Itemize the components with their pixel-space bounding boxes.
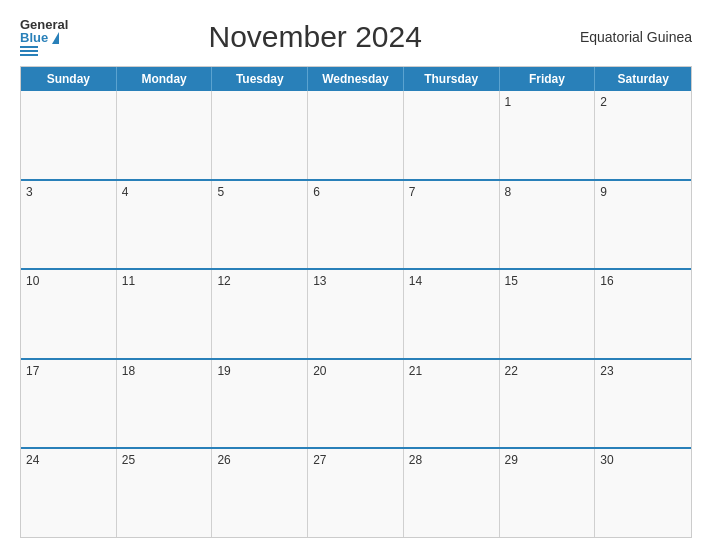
day-cell-7: 7: [404, 181, 500, 269]
header-wednesday: Wednesday: [308, 67, 404, 91]
week-row-2: 3 4 5 6 7 8 9: [21, 179, 691, 269]
day-headers: Sunday Monday Tuesday Wednesday Thursday…: [21, 67, 691, 91]
day-cell-17: 17: [21, 360, 117, 448]
day-cell-20: 20: [308, 360, 404, 448]
logo: General Blue: [20, 18, 68, 56]
week-row-3: 10 11 12 13 14 15 16: [21, 268, 691, 358]
day-cell-13: 13: [308, 270, 404, 358]
day-cell-6: 6: [308, 181, 404, 269]
day-cell-3: 3: [21, 181, 117, 269]
day-cell: [212, 91, 308, 179]
day-cell-21: 21: [404, 360, 500, 448]
day-cell-26: 26: [212, 449, 308, 537]
country-name: Equatorial Guinea: [562, 29, 692, 45]
day-cell-11: 11: [117, 270, 213, 358]
day-cell-22: 22: [500, 360, 596, 448]
calendar-title: November 2024: [68, 20, 562, 54]
logo-line-3: [20, 54, 38, 56]
week-row-1: 1 2: [21, 91, 691, 179]
day-cell-8: 8: [500, 181, 596, 269]
day-cell-4: 4: [117, 181, 213, 269]
header-saturday: Saturday: [595, 67, 691, 91]
day-cell-18: 18: [117, 360, 213, 448]
day-cell: [117, 91, 213, 179]
day-cell-9: 9: [595, 181, 691, 269]
day-cell-27: 27: [308, 449, 404, 537]
day-cell-25: 25: [117, 449, 213, 537]
calendar: Sunday Monday Tuesday Wednesday Thursday…: [20, 66, 692, 538]
header: General Blue November 2024 Equatorial Gu…: [20, 18, 692, 56]
day-cell-15: 15: [500, 270, 596, 358]
day-cell-19: 19: [212, 360, 308, 448]
day-cell-29: 29: [500, 449, 596, 537]
header-monday: Monday: [117, 67, 213, 91]
day-cell-14: 14: [404, 270, 500, 358]
header-thursday: Thursday: [404, 67, 500, 91]
day-cell-1: 1: [500, 91, 596, 179]
day-cell-28: 28: [404, 449, 500, 537]
day-cell-30: 30: [595, 449, 691, 537]
day-cell-2: 2: [595, 91, 691, 179]
week-row-4: 17 18 19 20 21 22 23: [21, 358, 691, 448]
day-cell: [308, 91, 404, 179]
day-cell-5: 5: [212, 181, 308, 269]
day-cell: [21, 91, 117, 179]
day-cell-16: 16: [595, 270, 691, 358]
header-tuesday: Tuesday: [212, 67, 308, 91]
week-row-5: 24 25 26 27 28 29 30: [21, 447, 691, 537]
calendar-weeks: 1 2 3 4 5 6 7 8 9 10 11 12 13 14 15 16: [21, 91, 691, 537]
header-sunday: Sunday: [21, 67, 117, 91]
logo-blue: Blue: [20, 31, 48, 44]
day-cell: [404, 91, 500, 179]
page: General Blue November 2024 Equatorial Gu…: [0, 0, 712, 550]
logo-line-1: [20, 46, 38, 48]
logo-line-2: [20, 50, 38, 52]
day-cell-23: 23: [595, 360, 691, 448]
day-cell-12: 12: [212, 270, 308, 358]
header-friday: Friday: [500, 67, 596, 91]
day-cell-24: 24: [21, 449, 117, 537]
day-cell-10: 10: [21, 270, 117, 358]
